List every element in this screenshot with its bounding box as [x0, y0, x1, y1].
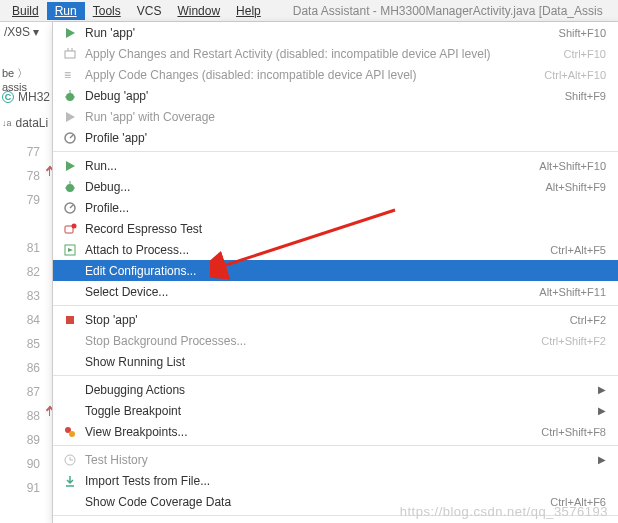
window-title: Data Assistant - MH3300ManagerActivity.j…	[293, 4, 603, 18]
attach-green-icon	[61, 243, 79, 257]
menu-item-label: Apply Code Changes (disabled: incompatib…	[85, 68, 524, 82]
bug-green-icon	[61, 89, 79, 103]
play-green-icon	[61, 159, 79, 173]
svg-text:≡: ≡	[64, 68, 71, 82]
menu-item-label: Stop 'app'	[85, 313, 550, 327]
menubar: Build Run Tools VCS Window Help Data Ass…	[0, 0, 618, 22]
menu-item[interactable]: Edit Configurations...	[53, 260, 618, 281]
record-red-icon	[61, 222, 79, 236]
menu-item[interactable]: Import Tests from File...	[53, 470, 618, 491]
svg-point-18	[72, 223, 77, 228]
menu-build[interactable]: Build	[4, 2, 47, 20]
menu-shortcut: Ctrl+Alt+F10	[544, 69, 606, 81]
menu-separator	[53, 151, 618, 152]
menu-separator	[53, 305, 618, 306]
submenu-arrow-icon: ▶	[598, 454, 606, 465]
svg-line-9	[70, 135, 73, 138]
menu-item-label: Debugging Actions	[85, 383, 590, 397]
menu-shortcut: Ctrl+F10	[564, 48, 607, 60]
menu-item: Stop Background Processes...Ctrl+Shift+F…	[53, 330, 618, 351]
menu-item[interactable]: Run...Alt+Shift+F10	[53, 155, 618, 176]
menu-help[interactable]: Help	[228, 2, 269, 20]
menu-window[interactable]: Window	[169, 2, 228, 20]
menu-item: Run 'app' with Coverage	[53, 106, 618, 127]
menu-shortcut: Shift+F10	[559, 27, 606, 39]
breakpoints-icon	[61, 425, 79, 439]
bug-green-icon	[61, 180, 79, 194]
svg-point-23	[69, 431, 75, 437]
line-number	[0, 212, 50, 236]
menu-item-label: Profile...	[85, 201, 606, 215]
menu-tools[interactable]: Tools	[85, 2, 129, 20]
menu-run[interactable]: Run	[47, 2, 85, 20]
device-selector[interactable]: /X9S ▾	[0, 22, 52, 42]
code-gray-icon: ≡	[61, 68, 79, 82]
menu-item-label: View Breakpoints...	[85, 425, 521, 439]
line-number: 77	[0, 140, 50, 164]
line-number: 85	[0, 332, 50, 356]
line-number: 82	[0, 260, 50, 284]
menu-item[interactable]: Debug...Alt+Shift+F9	[53, 176, 618, 197]
line-number: 90	[0, 452, 50, 476]
menu-shortcut: Alt+Shift+F10	[539, 160, 606, 172]
line-number: 88	[0, 404, 50, 428]
line-number: 79	[0, 188, 50, 212]
menu-shortcut: Ctrl+Alt+F5	[550, 244, 606, 256]
svg-line-16	[70, 205, 73, 208]
structure-label: dataLi	[16, 116, 49, 130]
svg-marker-7	[66, 112, 75, 122]
breadcrumb[interactable]: be 〉 assis	[2, 66, 52, 93]
menu-separator	[53, 445, 618, 446]
menu-item[interactable]: Attach Debugger to Android Process	[53, 519, 618, 523]
menu-item[interactable]: Run 'app'Shift+F10	[53, 22, 618, 43]
menu-item[interactable]: View Breakpoints...Ctrl+Shift+F8	[53, 421, 618, 442]
svg-marker-10	[66, 161, 75, 171]
menu-item: Apply Changes and Restart Activity (disa…	[53, 43, 618, 64]
menu-item[interactable]: Record Espresso Test	[53, 218, 618, 239]
menu-item[interactable]: Select Device...Alt+Shift+F11	[53, 281, 618, 302]
menu-item-label: Run...	[85, 159, 519, 173]
menu-vcs[interactable]: VCS	[129, 2, 170, 20]
play-green-icon	[61, 26, 79, 40]
line-number: 89	[0, 428, 50, 452]
submenu-arrow-icon: ▶	[598, 384, 606, 395]
line-number: 84	[0, 308, 50, 332]
submenu-arrow-icon: ▶	[598, 405, 606, 416]
menu-item[interactable]: Show Running List	[53, 351, 618, 372]
menu-shortcut: Ctrl+Shift+F8	[541, 426, 606, 438]
play-cover-gray-icon	[61, 110, 79, 124]
menu-item-label: Run 'app' with Coverage	[85, 110, 606, 124]
menu-item-label: Edit Configurations...	[85, 264, 606, 278]
menu-item-label: Toggle Breakpoint	[85, 404, 590, 418]
class-icon: C	[2, 91, 14, 103]
menu-item[interactable]: Profile...	[53, 197, 618, 218]
menu-item-label: Stop Background Processes...	[85, 334, 521, 348]
menu-item[interactable]: Toggle Breakpoint▶	[53, 400, 618, 421]
menu-item-label: Debug...	[85, 180, 525, 194]
menu-item-label: Show Running List	[85, 355, 606, 369]
line-number: 78	[0, 164, 50, 188]
menu-item[interactable]: Stop 'app'Ctrl+F2	[53, 309, 618, 330]
menu-item-label: Apply Changes and Restart Activity (disa…	[85, 47, 544, 61]
line-number: 83	[0, 284, 50, 308]
menu-item[interactable]: Debugging Actions▶	[53, 379, 618, 400]
svg-point-11	[66, 184, 74, 192]
file-tab[interactable]: C MH32	[2, 90, 50, 104]
menu-item-label: Select Device...	[85, 285, 519, 299]
svg-marker-20	[68, 248, 73, 252]
stop-red-icon	[61, 313, 79, 327]
menu-item[interactable]: Debug 'app'Shift+F9	[53, 85, 618, 106]
profile-icon	[61, 131, 79, 145]
structure-item[interactable]: ↓a dataLi	[2, 116, 48, 130]
profile-icon	[61, 201, 79, 215]
menu-shortcut: Shift+F9	[565, 90, 606, 102]
menu-item[interactable]: Attach to Process...Ctrl+Alt+F5	[53, 239, 618, 260]
menu-shortcut: Alt+Shift+F9	[545, 181, 606, 193]
menu-item-label: Profile 'app'	[85, 131, 606, 145]
menu-item-label: Import Tests from File...	[85, 474, 606, 488]
menu-item[interactable]: Profile 'app'	[53, 127, 618, 148]
line-number: 81	[0, 236, 50, 260]
menu-item: ≡Apply Code Changes (disabled: incompati…	[53, 64, 618, 85]
menu-shortcut: Alt+Shift+F11	[539, 286, 606, 298]
menu-item-label: Attach to Process...	[85, 243, 530, 257]
